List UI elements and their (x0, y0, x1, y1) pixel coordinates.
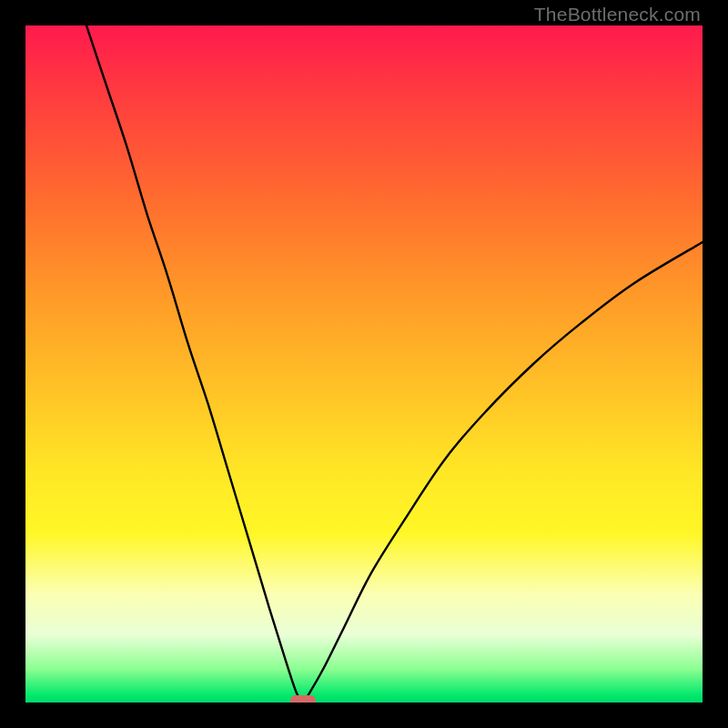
plot-area (25, 25, 703, 703)
optimum-marker (290, 695, 316, 703)
chart-frame: TheBottleneck.com (0, 0, 728, 728)
curve-layer (25, 25, 703, 703)
bottleneck-curve-left (86, 25, 303, 703)
bottleneck-curve-right (303, 242, 703, 703)
watermark-text: TheBottleneck.com (534, 4, 701, 25)
